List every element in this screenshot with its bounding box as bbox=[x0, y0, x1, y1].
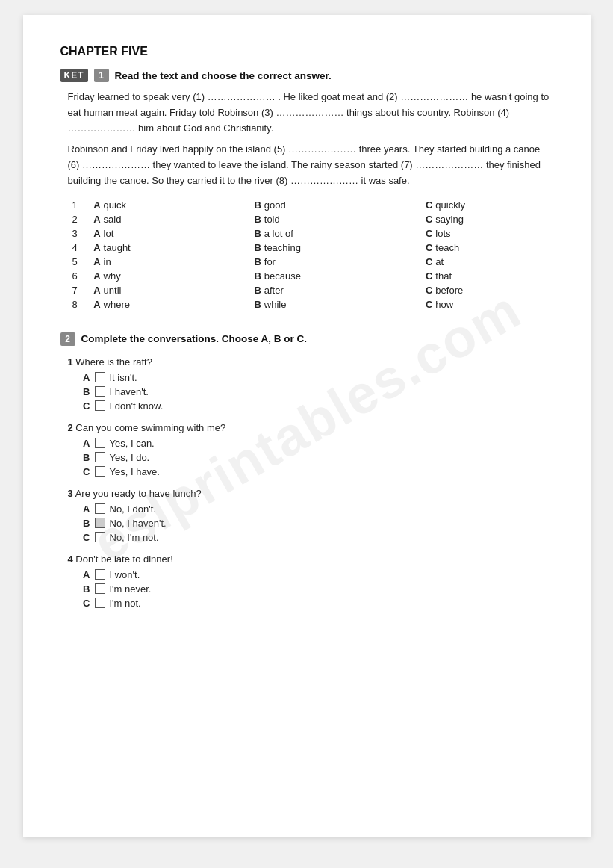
option-letter: A bbox=[80, 438, 90, 449]
checkbox[interactable] bbox=[95, 532, 105, 542]
checkbox[interactable] bbox=[95, 583, 105, 594]
option-num: 2 bbox=[68, 212, 90, 226]
option-letter: A bbox=[80, 503, 90, 515]
option-text: Yes, I do. bbox=[110, 452, 150, 463]
conversation-block: 1 Where is the raft?AIt isn't.BI haven't… bbox=[68, 356, 553, 412]
option-letter: B bbox=[80, 452, 90, 463]
list-item: BNo, I haven't. bbox=[80, 518, 553, 529]
table-row: 5 Ain Bfor Cat bbox=[68, 255, 561, 269]
option-letter: C bbox=[80, 400, 90, 412]
option-letter: C bbox=[80, 466, 90, 477]
conversation-block: 3 Are you ready to have lunch?ANo, I don… bbox=[68, 488, 553, 543]
table-row: 2 Asaid Btold Csaying bbox=[68, 212, 561, 226]
option-c: Clots bbox=[421, 226, 561, 241]
option-b: Bteaching bbox=[249, 241, 421, 255]
list-item: BYes, I do. bbox=[80, 452, 553, 463]
conv-question: 4 Don't be late to dinner! bbox=[68, 554, 553, 565]
conv-question: 3 Are you ready to have lunch? bbox=[68, 488, 553, 499]
conv-options: ANo, I don't.BNo, I haven't.CNo, I'm not… bbox=[80, 503, 553, 543]
list-item: CI'm not. bbox=[80, 598, 553, 609]
option-letter: B bbox=[80, 583, 90, 595]
option-text: I'm never. bbox=[110, 583, 152, 595]
option-a: Auntil bbox=[89, 283, 249, 297]
option-letter: C bbox=[80, 598, 90, 609]
option-letter: B bbox=[80, 518, 90, 529]
checkbox[interactable] bbox=[95, 569, 105, 580]
page: eslprintables.com CHAPTER FIVE KET 1 Rea… bbox=[23, 15, 591, 837]
conv-question: 2 Can you come swimming with me? bbox=[68, 422, 553, 433]
option-letter: B bbox=[80, 386, 90, 397]
exercise2-number: 2 bbox=[60, 332, 75, 346]
option-b: Bgood bbox=[249, 198, 421, 212]
table-row: 3 Alot Ba lot of Clots bbox=[68, 226, 561, 241]
chapter-title: CHAPTER FIVE bbox=[60, 45, 553, 58]
option-text: No, I don't. bbox=[110, 503, 156, 515]
checkbox[interactable] bbox=[95, 452, 105, 462]
passage: Friday learned to speak very (1) …………………… bbox=[68, 90, 553, 189]
checkbox[interactable] bbox=[95, 386, 105, 397]
list-item: ANo, I don't. bbox=[80, 503, 553, 515]
option-c: Cteach bbox=[421, 241, 561, 255]
option-text: I won't. bbox=[110, 569, 140, 580]
option-c: Csaying bbox=[421, 212, 561, 226]
option-a: Ain bbox=[89, 255, 249, 269]
option-text: I'm not. bbox=[110, 598, 141, 609]
checkbox[interactable] bbox=[95, 372, 105, 382]
conv-options: AIt isn't.BI haven't.CI don't know. bbox=[80, 372, 553, 412]
option-c: Chow bbox=[421, 297, 561, 311]
option-c: Cbefore bbox=[421, 283, 561, 297]
option-num: 8 bbox=[68, 297, 90, 311]
table-row: 8 Awhere Bwhile Chow bbox=[68, 297, 561, 311]
option-c: Cquickly bbox=[421, 198, 561, 212]
passage-paragraph: Robinson and Friday lived happily on the… bbox=[68, 142, 553, 188]
conv-options: AI won't.BI'm never.CI'm not. bbox=[80, 569, 553, 609]
option-text: No, I haven't. bbox=[110, 518, 167, 529]
checkbox[interactable] bbox=[95, 518, 105, 528]
table-row: 1 Aquick Bgood Cquickly bbox=[68, 198, 561, 212]
table-row: 6 Awhy Bbecause Cthat bbox=[68, 269, 561, 283]
option-num: 6 bbox=[68, 269, 90, 283]
ket-badge: KET bbox=[60, 69, 88, 82]
conversation-block: 2 Can you come swimming with me?AYes, I … bbox=[68, 422, 553, 477]
exercise1-header: KET 1 Read the text and choose the corre… bbox=[60, 69, 553, 82]
option-b: Ba lot of bbox=[249, 226, 421, 241]
list-item: CI don't know. bbox=[80, 400, 553, 412]
list-item: AYes, I can. bbox=[80, 438, 553, 449]
options-table: 1 Aquick Bgood Cquickly 2 Asaid Btold Cs… bbox=[68, 198, 561, 311]
option-b: Btold bbox=[249, 212, 421, 226]
exercise2-header: 2 Complete the conversations. Choose A, … bbox=[60, 332, 553, 346]
option-c: Cat bbox=[421, 255, 561, 269]
option-a: Ataught bbox=[89, 241, 249, 255]
checkbox[interactable] bbox=[95, 598, 105, 608]
option-a: Aquick bbox=[89, 198, 249, 212]
list-item: CNo, I'm not. bbox=[80, 532, 553, 543]
list-item: BI haven't. bbox=[80, 386, 553, 397]
exercise1-number: 1 bbox=[94, 69, 109, 82]
option-num: 4 bbox=[68, 241, 90, 255]
list-item: CYes, I have. bbox=[80, 466, 553, 477]
table-row: 7 Auntil Bafter Cbefore bbox=[68, 283, 561, 297]
conversations-container: 1 Where is the raft?AIt isn't.BI haven't… bbox=[60, 356, 553, 609]
option-b: Bfor bbox=[249, 255, 421, 269]
option-a: Asaid bbox=[89, 212, 249, 226]
option-a: Awhy bbox=[89, 269, 249, 283]
checkbox[interactable] bbox=[95, 503, 105, 514]
option-num: 7 bbox=[68, 283, 90, 297]
checkbox[interactable] bbox=[95, 438, 105, 448]
table-row: 4 Ataught Bteaching Cteach bbox=[68, 241, 561, 255]
option-a: Alot bbox=[89, 226, 249, 241]
option-c: Cthat bbox=[421, 269, 561, 283]
option-num: 3 bbox=[68, 226, 90, 241]
option-letter: C bbox=[80, 532, 90, 543]
exercise1-instruction: Read the text and choose the correct ans… bbox=[115, 70, 332, 81]
conv-question: 1 Where is the raft? bbox=[68, 356, 553, 368]
option-b: Bwhile bbox=[249, 297, 421, 311]
checkbox[interactable] bbox=[95, 400, 105, 411]
option-b: Bbecause bbox=[249, 269, 421, 283]
option-letter: A bbox=[80, 569, 90, 580]
option-text: No, I'm not. bbox=[110, 532, 159, 543]
list-item: AIt isn't. bbox=[80, 372, 553, 383]
checkbox[interactable] bbox=[95, 466, 105, 477]
option-text: It isn't. bbox=[110, 372, 137, 383]
option-num: 1 bbox=[68, 198, 90, 212]
